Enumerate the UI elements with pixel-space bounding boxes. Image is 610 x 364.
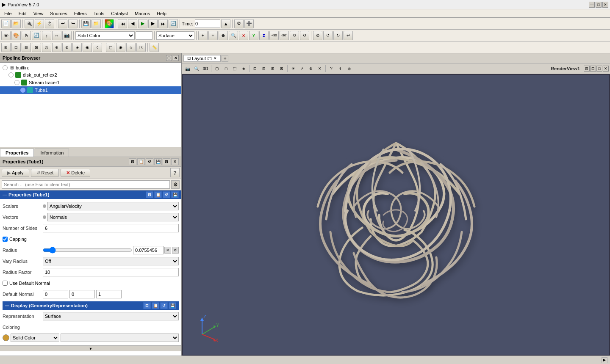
pipeline-item-disk[interactable]: disk_out_ref.ex2 bbox=[0, 71, 181, 79]
filter10-btn[interactable]: ◊ bbox=[93, 43, 102, 52]
rt-axis-btn[interactable]: ✕ bbox=[316, 64, 324, 73]
normal-y-input[interactable] bbox=[69, 290, 95, 298]
rt-arrow-btn[interactable]: ↗ bbox=[298, 64, 306, 73]
rv-max-btn[interactable]: □ bbox=[596, 66, 602, 72]
rt-orient4-btn[interactable]: ⊠ bbox=[277, 64, 286, 73]
save-state-button[interactable]: 💾 bbox=[81, 19, 91, 28]
filter1-btn[interactable]: ⊞ bbox=[1, 43, 11, 52]
menu-edit[interactable]: Edit bbox=[15, 10, 30, 17]
render-btn3[interactable]: ↻ bbox=[333, 31, 343, 40]
xfm-btn1[interactable]: ✦ bbox=[198, 31, 208, 40]
rt-select1-btn[interactable]: ▢ bbox=[213, 64, 221, 73]
xfm-btn2[interactable]: ✧ bbox=[208, 31, 218, 40]
coloring-extra-select[interactable] bbox=[61, 334, 179, 342]
render-btn1[interactable]: ⊙ bbox=[313, 31, 322, 40]
menu-filters[interactable]: Filters bbox=[71, 10, 90, 17]
coloring-extra[interactable] bbox=[136, 31, 152, 40]
menu-file[interactable]: File bbox=[1, 10, 15, 17]
representation-select[interactable]: Surface bbox=[156, 31, 194, 40]
prop-save-btn[interactable]: 💾 bbox=[154, 158, 162, 165]
radius-slider[interactable] bbox=[43, 247, 132, 253]
menu-catalyst[interactable]: Catalyst bbox=[108, 10, 131, 17]
prop-paste-btn[interactable]: 📋 bbox=[137, 158, 145, 165]
rt-3d-btn[interactable]: 3D bbox=[201, 64, 210, 73]
normal-z-input[interactable] bbox=[96, 290, 122, 298]
rt-light-btn[interactable]: ☀ bbox=[289, 64, 297, 73]
camera-btn[interactable]: 📷 bbox=[62, 31, 72, 40]
select3-btn[interactable]: ☆ bbox=[126, 43, 136, 52]
filter5-btn[interactable]: ◎ bbox=[42, 43, 51, 52]
time-input[interactable] bbox=[195, 19, 220, 28]
rt-zoom-btn[interactable]: 🔍 bbox=[192, 64, 201, 73]
display-representation-select[interactable]: Surface bbox=[43, 312, 179, 320]
rotate-cw-btn[interactable]: ↻ bbox=[290, 31, 299, 40]
menu-sources[interactable]: Sources bbox=[47, 10, 70, 17]
s-paste[interactable]: 📋 bbox=[154, 191, 162, 198]
add-tab-button[interactable]: + bbox=[222, 55, 228, 62]
pipeline-item-builtin[interactable]: 🖥 builtin: bbox=[0, 64, 181, 71]
prev-frame-button[interactable]: ◀ bbox=[128, 19, 137, 28]
flip-btn[interactable]: ↕ bbox=[42, 31, 51, 40]
open-button[interactable]: 📂 bbox=[11, 19, 21, 28]
filter9-btn[interactable]: ◉ bbox=[83, 43, 92, 52]
flip2-btn[interactable]: ↔ bbox=[52, 31, 61, 40]
capping-checkbox[interactable] bbox=[3, 237, 8, 242]
rt-select3-btn[interactable]: ⬚ bbox=[230, 64, 239, 73]
zoom-btn[interactable]: 🔍 bbox=[229, 31, 238, 40]
vectors-select[interactable]: Normals bbox=[47, 213, 179, 221]
d-refresh[interactable]: ↺ bbox=[160, 302, 168, 309]
prop-restore-btn[interactable]: ⊡ bbox=[163, 158, 170, 165]
pipeline-restore-btn[interactable]: ⊡ bbox=[166, 55, 172, 61]
color2-btn[interactable]: 🎨 bbox=[11, 31, 21, 40]
coloring-solid-select[interactable]: Solid Color bbox=[11, 334, 59, 342]
rt-info-btn[interactable]: ℹ bbox=[336, 64, 344, 73]
menu-tools[interactable]: Tools bbox=[90, 10, 108, 17]
maximize-button[interactable]: □ bbox=[596, 2, 602, 8]
filter3-btn[interactable]: ⊟ bbox=[22, 43, 31, 52]
rt-orient2-btn[interactable]: ⊟ bbox=[260, 64, 268, 73]
first-frame-button[interactable]: ⏮ bbox=[118, 19, 127, 28]
axis-y-btn[interactable]: Y bbox=[249, 31, 258, 40]
minimize-button[interactable]: — bbox=[589, 2, 595, 8]
vary-radius-select[interactable]: Off bbox=[43, 257, 179, 265]
axis-z-btn[interactable]: Z bbox=[259, 31, 269, 40]
menu-help[interactable]: Help bbox=[153, 10, 170, 17]
radius-reset-btn[interactable]: ↺ bbox=[172, 247, 179, 254]
rt-orient3-btn[interactable]: ⊞ bbox=[269, 64, 277, 73]
scalars-select[interactable]: AngularVelocity bbox=[47, 202, 179, 210]
rotate-btn[interactable]: 🔄 bbox=[32, 31, 41, 40]
menu-macros[interactable]: Macros bbox=[131, 10, 153, 17]
d-save[interactable]: 💾 bbox=[169, 302, 176, 309]
redo-button[interactable]: ↪ bbox=[68, 19, 78, 28]
gear-button[interactable]: ⚙ bbox=[171, 180, 180, 189]
d-copy[interactable]: ⊡ bbox=[143, 302, 151, 309]
rt-select4-btn[interactable]: ◈ bbox=[239, 64, 248, 73]
rot-pos90-btn[interactable]: +90 bbox=[269, 31, 279, 40]
connect-button[interactable]: 🔌 bbox=[25, 19, 34, 28]
filter2-btn[interactable]: ⊡ bbox=[11, 43, 21, 52]
xfm-btn3[interactable]: ⬟ bbox=[219, 31, 228, 40]
load-state-button[interactable]: 📁 bbox=[92, 19, 101, 28]
menu-view[interactable]: View bbox=[30, 10, 47, 17]
close-button[interactable]: ✕ bbox=[602, 2, 608, 8]
help-button[interactable]: ? bbox=[170, 168, 180, 177]
delete-button[interactable]: ✕ Delete bbox=[61, 169, 90, 177]
rv-close-btn[interactable]: ✕ bbox=[603, 66, 609, 72]
tab-properties[interactable]: Properties bbox=[0, 149, 34, 157]
axis-x-btn[interactable]: X bbox=[239, 31, 248, 40]
next-frame-button[interactable]: ▶ bbox=[148, 19, 158, 28]
radius-input[interactable] bbox=[133, 246, 164, 254]
filter6-btn[interactable]: ⊕ bbox=[52, 43, 61, 52]
s-save[interactable]: 💾 bbox=[171, 191, 179, 198]
reset-button[interactable]: ↺ Reset bbox=[31, 169, 59, 177]
rotate-ccw-btn[interactable]: ↺ bbox=[300, 31, 309, 40]
layout-tab[interactable]: ⊡ Layout #1 ✕ bbox=[183, 55, 221, 62]
scroll-down-arrow[interactable]: ▼ bbox=[0, 345, 181, 351]
eye-btn[interactable]: 👁 bbox=[1, 31, 11, 40]
rot-neg90-btn[interactable]: -90° bbox=[280, 31, 289, 40]
pipeline-item-stream[interactable]: StreamTracer1 bbox=[0, 79, 181, 86]
timer-button[interactable]: ⏱ bbox=[45, 19, 54, 28]
rt-select2-btn[interactable]: ◻ bbox=[222, 64, 230, 73]
add-button[interactable]: ➕ bbox=[244, 19, 254, 28]
pipeline-item-tube[interactable]: Tube1 bbox=[0, 86, 181, 94]
